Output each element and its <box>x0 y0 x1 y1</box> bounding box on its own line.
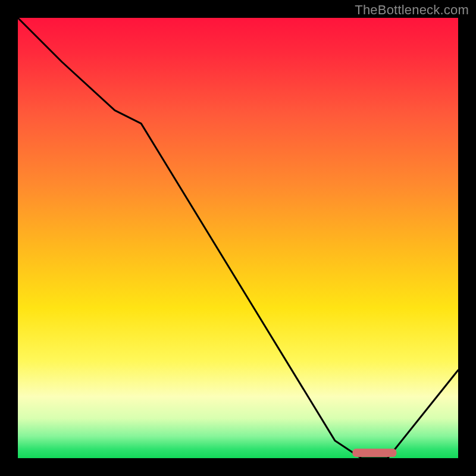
optimal-range-marker <box>352 449 396 457</box>
bottleneck-curve <box>18 18 458 458</box>
watermark-text: TheBottleneck.com <box>355 2 469 18</box>
curve-layer <box>18 18 458 458</box>
plot-area <box>18 18 458 458</box>
chart-canvas: TheBottleneck.com <box>0 0 476 476</box>
